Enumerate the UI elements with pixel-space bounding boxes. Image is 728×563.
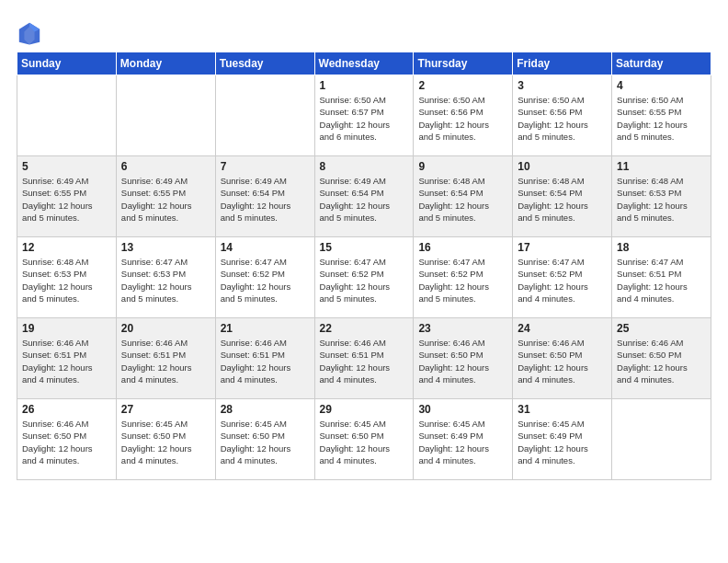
day-info: Sunrise: 6:48 AM Sunset: 6:53 PM Dayligh… <box>617 175 706 224</box>
day-number: 1 <box>320 79 409 92</box>
header <box>17 17 711 46</box>
day-info: Sunrise: 6:46 AM Sunset: 6:51 PM Dayligh… <box>22 337 111 385</box>
day-info: Sunrise: 6:47 AM Sunset: 6:52 PM Dayligh… <box>518 256 607 304</box>
day-number: 21 <box>221 322 310 335</box>
calendar-cell: 18Sunrise: 6:47 AM Sunset: 6:51 PM Dayli… <box>612 237 711 318</box>
day-number: 18 <box>617 241 706 254</box>
day-number: 23 <box>418 322 507 335</box>
day-info: Sunrise: 6:49 AM Sunset: 6:54 PM Dayligh… <box>320 175 409 224</box>
day-number: 27 <box>121 403 210 416</box>
calendar-cell <box>17 75 117 156</box>
day-info: Sunrise: 6:45 AM Sunset: 6:49 PM Dayligh… <box>418 418 507 466</box>
calendar-cell: 1Sunrise: 6:50 AM Sunset: 6:57 PM Daylig… <box>314 75 414 156</box>
calendar-week-4: 19Sunrise: 6:46 AM Sunset: 6:51 PM Dayli… <box>17 318 711 399</box>
day-number: 26 <box>22 403 111 416</box>
day-number: 31 <box>518 403 607 416</box>
day-number: 24 <box>518 322 607 335</box>
calendar-week-1: 1Sunrise: 6:50 AM Sunset: 6:57 PM Daylig… <box>17 75 711 156</box>
day-number: 12 <box>22 241 111 254</box>
day-number: 25 <box>617 322 706 335</box>
logo <box>17 20 46 46</box>
day-number: 15 <box>320 241 409 254</box>
day-info: Sunrise: 6:50 AM Sunset: 6:56 PM Dayligh… <box>418 94 507 143</box>
weekday-header-row: SundayMondayTuesdayWednesdayThursdayFrid… <box>17 52 711 75</box>
weekday-header-sunday: Sunday <box>17 52 117 75</box>
day-number: 6 <box>121 160 210 173</box>
calendar-cell: 8Sunrise: 6:49 AM Sunset: 6:54 PM Daylig… <box>314 156 414 237</box>
day-info: Sunrise: 6:49 AM Sunset: 6:55 PM Dayligh… <box>121 175 210 224</box>
day-info: Sunrise: 6:47 AM Sunset: 6:52 PM Dayligh… <box>221 256 310 304</box>
day-info: Sunrise: 6:46 AM Sunset: 6:50 PM Dayligh… <box>617 337 706 385</box>
calendar-cell: 15Sunrise: 6:47 AM Sunset: 6:52 PM Dayli… <box>314 237 414 318</box>
logo-icon <box>17 20 42 46</box>
day-info: Sunrise: 6:48 AM Sunset: 6:54 PM Dayligh… <box>418 175 507 224</box>
day-info: Sunrise: 6:49 AM Sunset: 6:55 PM Dayligh… <box>22 175 111 224</box>
day-number: 20 <box>121 322 210 335</box>
calendar-table: SundayMondayTuesdayWednesdayThursdayFrid… <box>17 52 711 480</box>
weekday-header-saturday: Saturday <box>612 52 711 75</box>
day-number: 13 <box>121 241 210 254</box>
day-number: 9 <box>418 160 507 173</box>
calendar-cell: 24Sunrise: 6:46 AM Sunset: 6:50 PM Dayli… <box>513 318 612 399</box>
calendar-cell: 11Sunrise: 6:48 AM Sunset: 6:53 PM Dayli… <box>612 156 711 237</box>
day-info: Sunrise: 6:47 AM Sunset: 6:52 PM Dayligh… <box>320 256 409 304</box>
calendar-cell: 6Sunrise: 6:49 AM Sunset: 6:55 PM Daylig… <box>116 156 215 237</box>
day-number: 28 <box>221 403 310 416</box>
day-number: 14 <box>221 241 310 254</box>
weekday-header-monday: Monday <box>116 52 215 75</box>
page: SundayMondayTuesdayWednesdayThursdayFrid… <box>0 0 728 489</box>
calendar-cell: 13Sunrise: 6:47 AM Sunset: 6:53 PM Dayli… <box>116 237 215 318</box>
calendar-cell: 23Sunrise: 6:46 AM Sunset: 6:50 PM Dayli… <box>414 318 513 399</box>
weekday-header-friday: Friday <box>513 52 612 75</box>
calendar-cell: 27Sunrise: 6:45 AM Sunset: 6:50 PM Dayli… <box>116 399 215 480</box>
calendar-cell: 7Sunrise: 6:49 AM Sunset: 6:54 PM Daylig… <box>215 156 314 237</box>
day-number: 10 <box>518 160 607 173</box>
day-info: Sunrise: 6:47 AM Sunset: 6:51 PM Dayligh… <box>617 256 706 304</box>
day-number: 4 <box>617 79 706 92</box>
calendar-cell: 28Sunrise: 6:45 AM Sunset: 6:50 PM Dayli… <box>215 399 314 480</box>
calendar-cell: 29Sunrise: 6:45 AM Sunset: 6:50 PM Dayli… <box>314 399 414 480</box>
calendar-cell: 9Sunrise: 6:48 AM Sunset: 6:54 PM Daylig… <box>414 156 513 237</box>
day-info: Sunrise: 6:46 AM Sunset: 6:51 PM Dayligh… <box>121 337 210 385</box>
calendar-cell: 20Sunrise: 6:46 AM Sunset: 6:51 PM Dayli… <box>116 318 215 399</box>
calendar-cell: 25Sunrise: 6:46 AM Sunset: 6:50 PM Dayli… <box>612 318 711 399</box>
calendar-cell: 12Sunrise: 6:48 AM Sunset: 6:53 PM Dayli… <box>17 237 117 318</box>
day-number: 30 <box>418 403 507 416</box>
calendar-cell: 5Sunrise: 6:49 AM Sunset: 6:55 PM Daylig… <box>17 156 117 237</box>
calendar-cell: 3Sunrise: 6:50 AM Sunset: 6:56 PM Daylig… <box>513 75 612 156</box>
day-info: Sunrise: 6:46 AM Sunset: 6:50 PM Dayligh… <box>518 337 607 385</box>
day-number: 16 <box>418 241 507 254</box>
day-info: Sunrise: 6:46 AM Sunset: 6:51 PM Dayligh… <box>221 337 310 385</box>
calendar-cell: 31Sunrise: 6:45 AM Sunset: 6:49 PM Dayli… <box>513 399 612 480</box>
calendar-cell: 4Sunrise: 6:50 AM Sunset: 6:55 PM Daylig… <box>612 75 711 156</box>
calendar-cell: 21Sunrise: 6:46 AM Sunset: 6:51 PM Dayli… <box>215 318 314 399</box>
day-info: Sunrise: 6:46 AM Sunset: 6:50 PM Dayligh… <box>418 337 507 385</box>
calendar-cell <box>612 399 711 480</box>
day-info: Sunrise: 6:50 AM Sunset: 6:57 PM Dayligh… <box>320 94 409 143</box>
day-number: 5 <box>22 160 111 173</box>
day-number: 22 <box>320 322 409 335</box>
calendar-cell <box>215 75 314 156</box>
weekday-header-thursday: Thursday <box>414 52 513 75</box>
day-info: Sunrise: 6:50 AM Sunset: 6:56 PM Dayligh… <box>518 94 607 143</box>
calendar-week-2: 5Sunrise: 6:49 AM Sunset: 6:55 PM Daylig… <box>17 156 711 237</box>
calendar-cell <box>116 75 215 156</box>
day-info: Sunrise: 6:45 AM Sunset: 6:50 PM Dayligh… <box>121 418 210 466</box>
day-info: Sunrise: 6:46 AM Sunset: 6:51 PM Dayligh… <box>320 337 409 385</box>
calendar-cell: 30Sunrise: 6:45 AM Sunset: 6:49 PM Dayli… <box>414 399 513 480</box>
day-number: 7 <box>221 160 310 173</box>
day-info: Sunrise: 6:46 AM Sunset: 6:50 PM Dayligh… <box>22 418 111 466</box>
day-info: Sunrise: 6:45 AM Sunset: 6:50 PM Dayligh… <box>320 418 409 466</box>
day-info: Sunrise: 6:49 AM Sunset: 6:54 PM Dayligh… <box>221 175 310 224</box>
day-info: Sunrise: 6:45 AM Sunset: 6:50 PM Dayligh… <box>221 418 310 466</box>
day-number: 11 <box>617 160 706 173</box>
calendar-week-3: 12Sunrise: 6:48 AM Sunset: 6:53 PM Dayli… <box>17 237 711 318</box>
day-number: 19 <box>22 322 111 335</box>
calendar-week-5: 26Sunrise: 6:46 AM Sunset: 6:50 PM Dayli… <box>17 399 711 480</box>
day-info: Sunrise: 6:47 AM Sunset: 6:52 PM Dayligh… <box>418 256 507 304</box>
calendar-cell: 2Sunrise: 6:50 AM Sunset: 6:56 PM Daylig… <box>414 75 513 156</box>
calendar-cell: 17Sunrise: 6:47 AM Sunset: 6:52 PM Dayli… <box>513 237 612 318</box>
calendar-cell: 10Sunrise: 6:48 AM Sunset: 6:54 PM Dayli… <box>513 156 612 237</box>
day-info: Sunrise: 6:45 AM Sunset: 6:49 PM Dayligh… <box>518 418 607 466</box>
day-info: Sunrise: 6:50 AM Sunset: 6:55 PM Dayligh… <box>617 94 706 143</box>
